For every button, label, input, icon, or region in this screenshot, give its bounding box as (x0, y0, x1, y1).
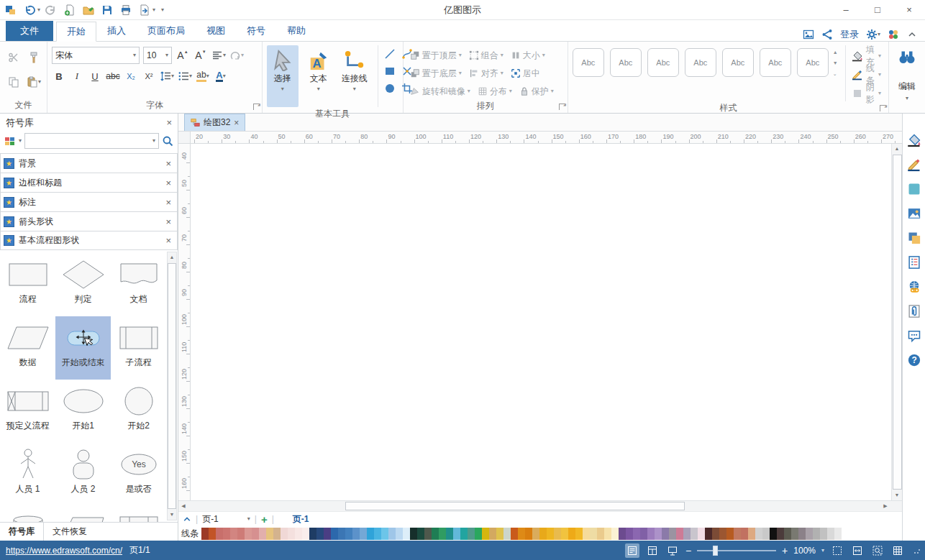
palette-color[interactable] (590, 528, 597, 540)
palette-color[interactable] (468, 528, 475, 540)
palette-color[interactable] (367, 528, 374, 540)
palette-color[interactable] (532, 528, 539, 540)
shape-person1[interactable]: 人员 1 (0, 443, 55, 506)
color-swatch-icon[interactable] (906, 181, 922, 197)
palette-color[interactable] (683, 528, 691, 540)
fit-page-button[interactable] (830, 543, 844, 558)
font-size-select[interactable]: 10▾ (143, 47, 172, 64)
add-page-button[interactable]: + (261, 513, 268, 525)
shape-start2[interactable]: 开始2 (111, 380, 166, 443)
library-bar-边框和标题[interactable]: ★边框和标题× (0, 173, 178, 192)
ellipse-tool-icon[interactable] (384, 83, 396, 94)
outline-notes-icon[interactable] (906, 254, 922, 270)
italic-button[interactable]: I (70, 68, 84, 84)
palette-color[interactable] (446, 528, 453, 540)
login-button[interactable]: 登录 (840, 28, 859, 41)
arrange-bring-front-button[interactable]: 置于顶层▾ (408, 47, 464, 63)
palette-color[interactable] (554, 528, 561, 540)
tab-帮助[interactable]: 帮助 (276, 21, 316, 41)
style-dialog-launcher[interactable] (880, 105, 886, 111)
palette-color[interactable] (511, 528, 518, 540)
library-close-icon[interactable]: × (165, 216, 171, 227)
palette-color[interactable] (834, 528, 842, 540)
tab-视图[interactable]: 视图 (196, 21, 236, 41)
export-image-icon[interactable] (803, 29, 814, 40)
find-button[interactable] (896, 46, 918, 68)
palette-color[interactable] (705, 528, 712, 540)
palette-color[interactable] (374, 528, 381, 540)
palette-color[interactable] (597, 528, 604, 540)
palette-color[interactable] (489, 528, 496, 540)
palette-color[interactable] (281, 528, 288, 540)
palette-color[interactable] (762, 528, 770, 540)
palette-color[interactable] (806, 528, 813, 540)
arrange-align-objects-button[interactable]: 对齐▾ (467, 65, 506, 81)
arrange-send-back-button[interactable]: 置于底层▾ (408, 65, 464, 81)
arrange-size-button[interactable]: 大小▾ (509, 47, 547, 63)
arrange-group-button[interactable]: 组合▾ (467, 47, 506, 63)
library-bar-基本流程图形状[interactable]: ★基本流程图形状× (0, 231, 178, 250)
palette-color[interactable] (748, 528, 755, 540)
fit-width-button[interactable] (850, 543, 865, 558)
arrange-dialog-launcher[interactable] (559, 104, 565, 110)
scroll-up-icon[interactable]: ▲ (895, 144, 900, 154)
settings-gear-icon[interactable] (866, 29, 878, 40)
edraw-logo-icon[interactable] (888, 29, 899, 40)
tab-file[interactable]: 文件 (6, 21, 53, 41)
palette-color[interactable] (611, 528, 619, 540)
zoom-out-button[interactable]: − (685, 545, 691, 556)
palette-color[interactable] (352, 528, 360, 540)
arrange-distribute-button[interactable]: 分布▾ (475, 83, 514, 99)
minimize-button[interactable]: – (830, 0, 862, 19)
undo-dropdown[interactable]: ▾ (37, 7, 40, 13)
tab-开始[interactable]: 开始 (56, 22, 96, 42)
palette-color[interactable] (460, 528, 468, 540)
palette-color[interactable] (331, 528, 338, 540)
style-preset-2[interactable]: Abc (610, 48, 642, 77)
comment-icon[interactable] (906, 328, 922, 344)
zoom-area-button[interactable] (870, 543, 885, 558)
text-tool-button[interactable]: A 文本▾ (303, 45, 334, 107)
shadow-button[interactable]: 阴影▾ (852, 86, 881, 101)
style-preset-5[interactable]: Abc (722, 48, 754, 77)
palette-mode-label[interactable]: 线条 (181, 528, 201, 540)
scrollbar-thumb[interactable] (168, 263, 176, 509)
bullet-list-button[interactable]: ▾ (178, 68, 192, 84)
palette-color[interactable] (813, 528, 820, 540)
print-button[interactable] (118, 2, 134, 18)
palette-color[interactable] (798, 528, 806, 540)
palette-color[interactable] (201, 528, 209, 540)
cut-icon[interactable] (8, 52, 19, 63)
paste-icon[interactable] (27, 76, 38, 88)
zoom-level[interactable]: 100% (793, 546, 816, 556)
palette-color[interactable] (827, 528, 834, 540)
line-button[interactable]: 线条▾ (852, 67, 881, 83)
layers-icon[interactable] (906, 230, 922, 246)
palette-color[interactable] (309, 528, 316, 540)
hyperlink-icon[interactable] (906, 279, 922, 295)
line-spacing-button[interactable]: ▾ (160, 68, 174, 84)
library-close-icon[interactable]: × (165, 178, 171, 188)
help-icon[interactable]: ? (906, 352, 922, 368)
palette-color[interactable] (525, 528, 532, 540)
edit-button[interactable]: 编辑 (898, 81, 916, 93)
horizontal-scrollbar[interactable]: ◀ ▶ (178, 500, 902, 511)
palette-color[interactable] (245, 528, 252, 540)
library-close-icon[interactable]: × (165, 235, 171, 246)
page-tab[interactable]: 页-1 (293, 513, 309, 525)
font-color-button[interactable]: A▾ (214, 68, 228, 84)
page-selector[interactable]: 页-1▾ (202, 513, 250, 525)
format-fill-icon[interactable] (906, 132, 922, 148)
palette-color[interactable] (230, 528, 237, 540)
shape-data[interactable]: 数据 (0, 316, 55, 380)
palette-color[interactable] (676, 528, 683, 540)
zoom-dropdown[interactable]: ▾ (821, 548, 824, 554)
resize-grip[interactable] (913, 547, 921, 554)
palette-color[interactable] (475, 528, 482, 540)
palette-color[interactable] (453, 528, 460, 540)
arrange-protect-button[interactable]: 保护▾ (517, 83, 556, 99)
palette-color[interactable] (604, 528, 611, 540)
edit-dropdown[interactable]: ▾ (906, 96, 908, 101)
palette-color[interactable] (791, 528, 798, 540)
shape-process[interactable]: 流程 (0, 253, 55, 316)
